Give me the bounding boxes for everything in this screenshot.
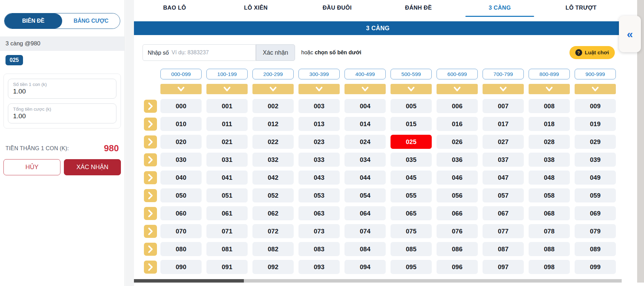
range-button-700-799[interactable]: 700-799	[483, 69, 524, 79]
number-cell-041[interactable]: 041	[206, 170, 248, 185]
row-select-button-030[interactable]	[144, 153, 157, 166]
number-cell-031[interactable]: 031	[206, 153, 248, 167]
number-cell-056[interactable]: 056	[437, 188, 478, 202]
number-cell-037[interactable]: 037	[483, 153, 524, 167]
number-cell-094[interactable]: 094	[344, 260, 386, 274]
number-cell-054[interactable]: 054	[344, 188, 386, 202]
number-cell-077[interactable]: 077	[483, 224, 524, 238]
number-cell-085[interactable]: 085	[391, 242, 432, 256]
row-select-button-000[interactable]	[144, 100, 157, 113]
number-cell-075[interactable]: 075	[391, 224, 432, 238]
row-select-button-090[interactable]	[144, 261, 157, 274]
amount-per-number-field[interactable]: Số tiền 1 con (k)	[8, 79, 116, 99]
number-cell-087[interactable]: 087	[483, 242, 524, 256]
number-cell-015[interactable]: 015	[391, 117, 432, 131]
number-cell-038[interactable]: 038	[529, 153, 570, 167]
number-cell-084[interactable]: 084	[344, 242, 386, 256]
rules-button[interactable]: ? Luật chơi	[569, 46, 615, 59]
number-cell-032[interactable]: 032	[252, 153, 294, 167]
number-cell-086[interactable]: 086	[437, 242, 478, 256]
number-cell-091[interactable]: 091	[206, 260, 248, 274]
range-button-900-999[interactable]: 900-999	[575, 69, 616, 79]
number-cell-052[interactable]: 052	[252, 188, 294, 202]
column-select-button-300-399[interactable]	[298, 84, 340, 94]
number-cell-098[interactable]: 098	[529, 260, 570, 274]
number-cell-057[interactable]: 057	[483, 188, 524, 202]
number-cell-036[interactable]: 036	[437, 153, 478, 167]
number-cell-007[interactable]: 007	[483, 99, 524, 113]
number-cell-025[interactable]: 025	[391, 135, 432, 149]
column-select-button-500-599[interactable]	[391, 84, 432, 94]
number-input-box[interactable]: Nhập số	[143, 44, 256, 61]
column-select-button-400-499[interactable]	[344, 84, 386, 94]
number-input-confirm-button[interactable]: Xác nhận	[256, 44, 295, 61]
number-cell-063[interactable]: 063	[298, 206, 340, 220]
number-cell-011[interactable]: 011	[206, 117, 248, 131]
row-select-button-080[interactable]	[144, 243, 157, 256]
tab-dau-duoi[interactable]: ĐẦU ĐUÔI	[296, 4, 378, 21]
number-cell-044[interactable]: 044	[344, 170, 386, 185]
range-button-200-299[interactable]: 200-299	[252, 69, 294, 79]
collapse-panel-button[interactable]: «	[619, 16, 641, 52]
number-cell-027[interactable]: 027	[483, 135, 524, 149]
number-cell-034[interactable]: 034	[344, 153, 386, 167]
number-cell-059[interactable]: 059	[575, 188, 616, 202]
number-cell-064[interactable]: 064	[344, 206, 386, 220]
number-cell-016[interactable]: 016	[437, 117, 478, 131]
number-cell-051[interactable]: 051	[206, 188, 248, 202]
number-cell-013[interactable]: 013	[298, 117, 340, 131]
number-cell-003[interactable]: 003	[298, 99, 340, 113]
number-cell-089[interactable]: 089	[575, 242, 616, 256]
range-button-300-399[interactable]: 300-399	[298, 69, 340, 79]
range-button-500-599[interactable]: 500-599	[391, 69, 432, 79]
number-cell-040[interactable]: 040	[160, 170, 202, 185]
range-button-600-699[interactable]: 600-699	[437, 69, 478, 79]
number-cell-067[interactable]: 067	[483, 206, 524, 220]
range-button-100-199[interactable]: 100-199	[206, 69, 248, 79]
number-cell-092[interactable]: 092	[252, 260, 294, 274]
confirm-bet-button[interactable]: XÁC NHẬN	[64, 159, 121, 175]
number-cell-029[interactable]: 029	[575, 135, 616, 149]
tab-3-cang[interactable]: 3 CÀNG	[459, 4, 541, 21]
number-cell-033[interactable]: 033	[298, 153, 340, 167]
number-cell-088[interactable]: 088	[529, 242, 570, 256]
number-cell-068[interactable]: 068	[529, 206, 570, 220]
row-select-button-040[interactable]	[144, 171, 157, 184]
number-cell-076[interactable]: 076	[437, 224, 478, 238]
column-select-button-600-699[interactable]	[437, 84, 478, 94]
column-select-button-000-099[interactable]	[160, 84, 202, 94]
number-cell-046[interactable]: 046	[437, 170, 478, 185]
cancel-button[interactable]: HỦY	[3, 159, 60, 175]
number-cell-039[interactable]: 039	[575, 153, 616, 167]
number-cell-028[interactable]: 028	[529, 135, 570, 149]
number-cell-024[interactable]: 024	[344, 135, 386, 149]
number-cell-081[interactable]: 081	[206, 242, 248, 256]
number-cell-042[interactable]: 042	[252, 170, 294, 185]
number-cell-074[interactable]: 074	[344, 224, 386, 238]
number-cell-000[interactable]: 000	[160, 99, 202, 113]
number-cell-083[interactable]: 083	[298, 242, 340, 256]
number-cell-014[interactable]: 014	[344, 117, 386, 131]
range-button-800-899[interactable]: 800-899	[529, 69, 570, 79]
row-select-button-010[interactable]	[144, 118, 157, 131]
number-cell-047[interactable]: 047	[483, 170, 524, 185]
number-cell-061[interactable]: 061	[206, 206, 248, 220]
range-button-400-499[interactable]: 400-499	[344, 69, 386, 79]
number-cell-019[interactable]: 019	[575, 117, 616, 131]
range-button-000-099[interactable]: 000-099	[160, 69, 202, 79]
number-cell-099[interactable]: 099	[575, 260, 616, 274]
tab-bao-lo[interactable]: BAO LÔ	[134, 4, 215, 21]
number-cell-055[interactable]: 055	[391, 188, 432, 202]
row-select-button-020[interactable]	[144, 135, 157, 148]
number-cell-004[interactable]: 004	[344, 99, 386, 113]
number-cell-073[interactable]: 073	[298, 224, 340, 238]
number-cell-006[interactable]: 006	[437, 99, 478, 113]
number-cell-060[interactable]: 060	[160, 206, 202, 220]
number-cell-022[interactable]: 022	[252, 135, 294, 149]
number-cell-012[interactable]: 012	[252, 117, 294, 131]
number-cell-023[interactable]: 023	[298, 135, 340, 149]
number-cell-065[interactable]: 065	[391, 206, 432, 220]
number-cell-026[interactable]: 026	[437, 135, 478, 149]
number-cell-035[interactable]: 035	[391, 153, 432, 167]
number-cell-095[interactable]: 095	[391, 260, 432, 274]
